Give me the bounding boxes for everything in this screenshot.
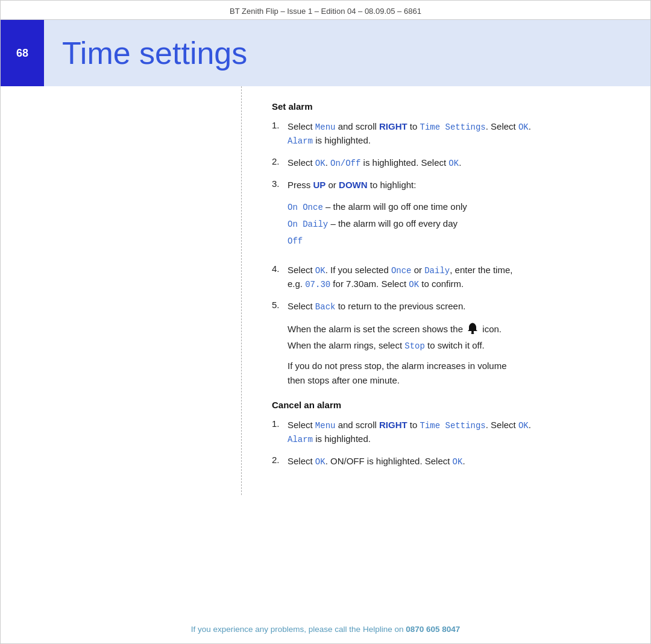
footer-phone: 0870 605 8047 (406, 625, 460, 634)
cancel-alarm-section: Cancel an alarm 1. Select Menu and scrol… (272, 400, 620, 469)
ok-ref-2b: OK (448, 159, 459, 168)
on-once-ref: On Once (288, 203, 323, 212)
cancel-alarm-ref: Alarm (288, 435, 313, 444)
time-ref: 07.30 (305, 280, 330, 289)
content-area: Set alarm 1. Select Menu and scroll RIGH… (1, 86, 650, 495)
cancel-menu-ref: Menu (315, 421, 336, 431)
cancel-step-2: 2. Select OK. ON/OFF is highlighted. Sel… (272, 455, 620, 469)
left-margin (1, 86, 242, 495)
step-5-content: Select Back to return to the previous sc… (288, 300, 620, 314)
on-daily-ref: On Daily (288, 219, 328, 229)
top-bar-text: BT Zenith Flip – Issue 1 – Edition 04 – … (230, 7, 421, 16)
alarm-ref-1: Alarm (288, 136, 313, 146)
stop-ref: Stop (404, 341, 425, 351)
set-alarm-section: Set alarm 1. Select Menu and scroll RIGH… (272, 101, 620, 388)
right-keyword: RIGHT (379, 121, 407, 131)
step-4: 4. Select OK. If you selected Once or Da… (272, 264, 620, 291)
daily-ref: Daily (424, 266, 450, 276)
step-2: 2. Select OK. On/Off is highlighted. Sel… (272, 156, 620, 170)
page-number: 68 (16, 47, 28, 60)
step-5: 5. Select Back to return to the previous… (272, 300, 620, 314)
step-2-num: 2. (272, 156, 288, 166)
cancel-time-settings-ref: Time Settings (420, 421, 486, 431)
ok-ref-4b: OK (409, 280, 419, 289)
up-keyword: UP (313, 180, 326, 190)
step-1: 1. Select Menu and scroll RIGHT to Time … (272, 120, 620, 148)
cancel-step-2-content: Select OK. ON/OFF is highlighted. Select… (288, 455, 620, 469)
ok-ref-2a: OK (315, 159, 326, 168)
cancel-ok-ref-2b: OK (453, 457, 463, 467)
once-ref: Once (391, 266, 412, 276)
main-content: Set alarm 1. Select Menu and scroll RIGH… (242, 86, 650, 495)
footer-bar: If you experience any problems, please c… (1, 616, 650, 643)
menu-ref: Menu (315, 122, 336, 132)
cancel-ok-ref-2a: OK (315, 457, 326, 467)
time-settings-ref: Time Settings (420, 122, 486, 132)
down-keyword: DOWN (339, 180, 368, 190)
alarm-notes: When the alarm is set the screen shows t… (288, 322, 620, 388)
step-4-num: 4. (272, 264, 288, 274)
svg-point-1 (471, 332, 474, 334)
step-3-num: 3. (272, 178, 288, 189)
cancel-step-1-num: 1. (272, 418, 288, 429)
cancel-right-keyword: RIGHT (379, 420, 407, 430)
header-section: 68 Time settings (1, 20, 650, 86)
off-ref: Off (288, 236, 303, 246)
page-title: Time settings (44, 20, 265, 86)
set-alarm-heading: Set alarm (272, 101, 620, 112)
cancel-step-1-content: Select Menu and scroll RIGHT to Time Set… (288, 418, 620, 446)
step-2-content: Select OK. On/Off is highlighted. Select… (288, 156, 620, 170)
note-1: When the alarm is set the screen shows t… (288, 322, 620, 353)
cancel-alarm-heading: Cancel an alarm (272, 400, 620, 410)
cancel-step-2-num: 2. (272, 455, 288, 465)
step-3-content: Press UP or DOWN to highlight: On Once –… (288, 178, 620, 255)
back-ref: Back (315, 302, 336, 312)
highlight-block-3: On Once – the alarm will go off one time… (288, 198, 620, 250)
page-wrapper: BT Zenith Flip – Issue 1 – Edition 04 – … (0, 0, 651, 644)
step-1-content: Select Menu and scroll RIGHT to Time Set… (288, 120, 620, 148)
cancel-alarm-steps: 1. Select Menu and scroll RIGHT to Time … (272, 418, 620, 469)
onoff-ref: On/Off (330, 159, 360, 168)
set-alarm-steps: 1. Select Menu and scroll RIGHT to Time … (272, 120, 620, 314)
cancel-step-1: 1. Select Menu and scroll RIGHT to Time … (272, 418, 620, 446)
bell-icon (467, 322, 478, 338)
ok-ref-1a: OK (518, 122, 529, 132)
step-5-num: 5. (272, 300, 288, 310)
cancel-ok-ref-1a: OK (518, 421, 529, 431)
step-3: 3. Press UP or DOWN to highlight: On Onc… (272, 178, 620, 255)
page-number-box: 68 (1, 20, 44, 86)
step-1-num: 1. (272, 120, 288, 130)
footer-text: If you experience any problems, please c… (191, 625, 406, 634)
top-bar: BT Zenith Flip – Issue 1 – Edition 04 – … (1, 1, 650, 20)
ok-ref-4a: OK (315, 266, 326, 276)
note-2: If you do not press stop, the alarm incr… (288, 359, 620, 388)
step-4-content: Select OK. If you selected Once or Daily… (288, 264, 620, 291)
